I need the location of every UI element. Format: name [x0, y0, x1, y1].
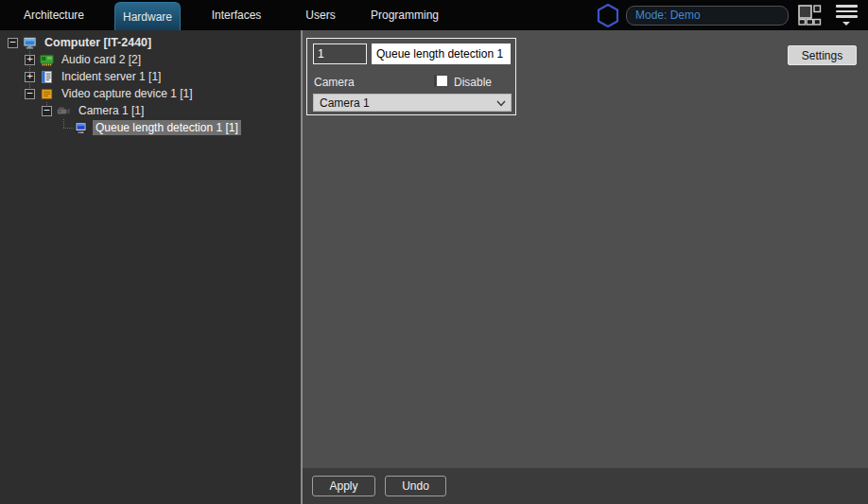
- tree-item-label[interactable]: Incident server 1 [1]: [59, 69, 164, 84]
- collapse-toggle-icon[interactable]: −: [42, 106, 52, 116]
- tree-item-label[interactable]: Camera 1 [1]: [76, 103, 147, 118]
- tree-item-incident-server[interactable]: + Incident server 1 [1]: [0, 68, 301, 85]
- layout-grid-icon: [798, 5, 822, 26]
- tab-interfaces[interactable]: Interfaces: [181, 0, 292, 30]
- hamburger-menu-icon: [836, 5, 858, 8]
- incident-server-icon: [40, 71, 54, 83]
- settings-panel: Camera Disable Camera 1 Settings Apply U…: [303, 30, 868, 504]
- camera-label: Camera: [314, 76, 355, 89]
- tab-programming[interactable]: Programming: [349, 0, 460, 30]
- disable-label: Disable: [454, 76, 492, 89]
- tab-architecture[interactable]: Architecture: [0, 0, 108, 30]
- collapse-toggle-icon[interactable]: −: [25, 89, 35, 99]
- tree-item-label[interactable]: Audio card 2 [2]: [59, 52, 144, 67]
- mode-label: Mode: Demo: [635, 9, 701, 22]
- tree-item-video-capture-device[interactable]: − Video capture device 1 [1]: [0, 85, 301, 102]
- video-capture-icon: [40, 88, 54, 100]
- apply-button[interactable]: Apply: [312, 476, 375, 496]
- tree-item-label[interactable]: Queue length detection 1 [1]: [93, 120, 241, 135]
- chevron-down-icon: [496, 100, 506, 107]
- collapse-toggle-icon[interactable]: −: [8, 38, 18, 48]
- tree-item-label[interactable]: Computer [IT-2440]: [42, 35, 154, 50]
- detection-icon: [74, 122, 88, 134]
- mode-indicator[interactable]: Mode: Demo: [626, 6, 789, 26]
- detection-settings-form: Camera Disable Camera 1: [306, 38, 516, 115]
- tree-item-label[interactable]: Video capture device 1 [1]: [59, 86, 196, 101]
- hamburger-menu-button[interactable]: [834, 3, 859, 27]
- tab-users[interactable]: Users: [292, 0, 349, 30]
- expand-toggle-icon[interactable]: +: [25, 55, 35, 65]
- tree-item-camera[interactable]: − Camera 1 [1]: [0, 102, 301, 119]
- camera-icon: [57, 105, 71, 117]
- tree-item-queue-length-detection[interactable]: Queue length detection 1 [1]: [0, 119, 301, 136]
- settings-button[interactable]: Settings: [788, 45, 857, 65]
- top-navbar: Architecture Hardware Interfaces Users P…: [0, 0, 868, 30]
- expand-toggle-icon[interactable]: +: [25, 72, 35, 82]
- layout-grid-button[interactable]: [798, 4, 823, 26]
- audio-card-icon: [40, 54, 54, 66]
- object-name-field[interactable]: [372, 43, 511, 64]
- action-bar: Apply Undo: [303, 468, 868, 504]
- hexagon-logo-icon: [596, 3, 620, 28]
- tab-hardware[interactable]: Hardware: [114, 2, 181, 30]
- device-tree-panel: − Computer [IT-2440] +: [0, 30, 301, 504]
- tree-item-audio-card[interactable]: + Audio card 2 [2]: [0, 51, 301, 68]
- object-id-field[interactable]: [313, 43, 367, 64]
- chevron-down-icon: [842, 22, 850, 26]
- tree-item-computer[interactable]: − Computer [IT-2440]: [0, 34, 301, 51]
- undo-button[interactable]: Undo: [385, 476, 446, 496]
- camera-select-value: Camera 1: [320, 96, 370, 110]
- computer-icon: [23, 37, 37, 49]
- disable-checkbox[interactable]: [436, 75, 448, 87]
- camera-select[interactable]: Camera 1: [313, 94, 512, 112]
- application-window: Architecture Hardware Interfaces Users P…: [0, 0, 868, 504]
